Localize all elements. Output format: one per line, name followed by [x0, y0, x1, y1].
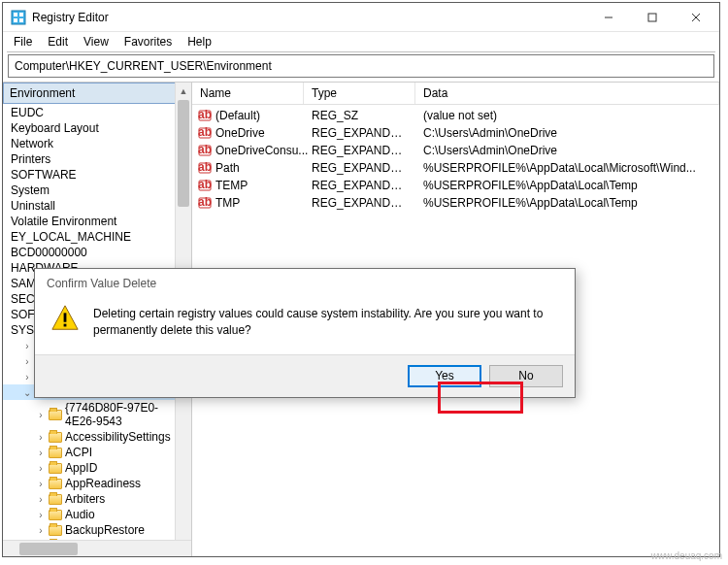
expand-icon[interactable]: ›: [36, 448, 46, 458]
value-name: OneDrive: [215, 126, 265, 140]
tree-label: Audio: [65, 508, 95, 521]
menu-help[interactable]: Help: [181, 33, 218, 50]
value-row[interactable]: ab(Default)REG_SZ(value not set): [192, 107, 719, 124]
value-name: Path: [215, 161, 240, 175]
svg-rect-2: [19, 13, 23, 17]
menu-file[interactable]: File: [7, 33, 39, 50]
string-value-icon: ab: [198, 161, 212, 175]
tree-label: AccessibilitySettings: [65, 430, 171, 444]
tree-node[interactable]: BCD00000000: [3, 245, 191, 260]
maximize-button[interactable]: [630, 4, 674, 31]
warning-icon: [50, 304, 80, 333]
collapse-icon[interactable]: ⌄: [22, 387, 32, 398]
value-name: TMP: [215, 196, 240, 210]
titlebar[interactable]: Registry Editor: [3, 3, 719, 32]
menubar: File Edit View Favorites Help: [3, 32, 719, 51]
svg-rect-4: [19, 18, 23, 22]
expand-icon[interactable]: ›: [22, 372, 32, 382]
value-data: (value not set): [415, 109, 719, 122]
value-data: %USERPROFILE%\AppData\Local\Microsoft\Wi…: [415, 161, 719, 175]
tree-node[interactable]: ›AccessibilitySettings: [3, 429, 191, 445]
value-row[interactable]: abPathREG_EXPAND_SZ%USERPROFILE%\AppData…: [192, 159, 719, 177]
tree-node[interactable]: Keyboard Layout: [3, 120, 191, 136]
value-name: TEMP: [215, 179, 248, 192]
minimize-button[interactable]: [586, 4, 630, 31]
dialog-title: Confirm Value Delete: [35, 269, 575, 298]
folder-icon: [49, 510, 62, 520]
expand-icon[interactable]: ›: [36, 510, 46, 520]
tree-node[interactable]: System: [3, 183, 191, 198]
tree-node[interactable]: ›AppID: [3, 460, 191, 476]
tree-node[interactable]: ›Audio: [3, 507, 191, 522]
tree-node[interactable]: ›ACPI: [3, 445, 191, 460]
address-bar[interactable]: Computer\HKEY_CURRENT_USER\Environment: [8, 54, 714, 78]
expand-icon[interactable]: ›: [22, 341, 32, 351]
menu-view[interactable]: View: [77, 33, 116, 50]
value-data: %USERPROFILE%\AppData\Local\Temp: [415, 179, 719, 192]
regedit-icon: [11, 10, 26, 25]
value-row[interactable]: abOneDriveREG_EXPAND_SZC:\Users\Admin\On…: [192, 124, 719, 142]
string-value-icon: ab: [198, 109, 212, 122]
expand-icon[interactable]: ›: [36, 494, 46, 505]
svg-rect-1: [14, 13, 17, 17]
folder-icon: [49, 448, 62, 458]
value-row[interactable]: abTEMPREG_EXPAND_SZ%USERPROFILE%\AppData…: [192, 177, 719, 194]
tree-node[interactable]: EUDC: [3, 105, 191, 120]
menu-favorites[interactable]: Favorites: [117, 33, 179, 50]
tree-node[interactable]: Network: [3, 136, 191, 151]
expand-icon[interactable]: ›: [36, 432, 46, 443]
value-type: REG_EXPAND_SZ: [304, 144, 415, 157]
value-row[interactable]: abTMPREG_EXPAND_SZ%USERPROFILE%\AppData\…: [192, 194, 719, 212]
expand-icon[interactable]: ›: [36, 410, 46, 420]
col-name[interactable]: Name: [192, 83, 304, 104]
tree-label: BackupRestore: [65, 523, 145, 537]
tree-node[interactable]: SOFTWARE: [3, 167, 191, 183]
value-type: REG_EXPAND_SZ: [304, 126, 415, 140]
tree-node[interactable]: ›AppReadiness: [3, 476, 191, 491]
tree-node[interactable]: Uninstall: [3, 198, 191, 214]
value-data: C:\Users\Admin\OneDrive: [415, 144, 719, 157]
value-type: REG_EXPAND_SZ: [304, 196, 415, 210]
tree-label: {7746D80F-97E0-4E26-9543: [65, 401, 189, 428]
string-value-icon: ab: [198, 126, 212, 140]
folder-icon: [49, 525, 62, 536]
folder-icon: [49, 463, 62, 474]
expand-icon[interactable]: ›: [36, 463, 46, 474]
watermark: www.deuaq.com: [651, 550, 722, 561]
tree-label: AppReadiness: [65, 477, 141, 490]
scroll-up-icon[interactable]: ▲: [176, 83, 191, 99]
svg-rect-6: [648, 14, 656, 21]
svg-text:ab: ab: [198, 179, 212, 191]
menu-edit[interactable]: Edit: [41, 33, 75, 50]
expand-icon[interactable]: ›: [22, 356, 32, 367]
tree-header-selected[interactable]: Environment: [3, 83, 191, 104]
close-button[interactable]: [674, 4, 717, 31]
value-name: OneDriveConsu...: [215, 144, 308, 157]
tree-hscrollbar[interactable]: [3, 540, 191, 556]
no-button[interactable]: No: [489, 365, 563, 387]
folder-icon: [49, 479, 62, 489]
folder-icon: [49, 432, 62, 443]
svg-rect-23: [64, 324, 67, 327]
value-row[interactable]: abOneDriveConsu...REG_EXPAND_SZC:\Users\…: [192, 142, 719, 159]
expand-icon[interactable]: ›: [36, 525, 46, 536]
window-title: Registry Editor: [32, 11, 586, 24]
tree-node[interactable]: ›{7746D80F-97E0-4E26-9543: [3, 400, 191, 429]
dialog-buttons: Yes No: [35, 354, 575, 397]
svg-rect-22: [64, 313, 67, 321]
tree-node[interactable]: ›BackupRestore: [3, 522, 191, 538]
value-data: %USERPROFILE%\AppData\Local\Temp: [415, 196, 719, 210]
tree-node[interactable]: ›Arbiters: [3, 491, 191, 507]
scroll-thumb[interactable]: [178, 100, 189, 207]
column-headers: Name Type Data: [192, 83, 719, 105]
svg-text:ab: ab: [198, 196, 212, 209]
tree-node[interactable]: Volatile Environment: [3, 214, 191, 229]
expand-icon[interactable]: ›: [36, 479, 46, 489]
tree-node[interactable]: Printers: [3, 151, 191, 167]
tree-node[interactable]: EY_LOCAL_MACHINE: [3, 229, 191, 245]
confirm-dialog: Confirm Value Delete Deleting certain re…: [34, 268, 576, 398]
svg-text:ab: ab: [198, 161, 212, 174]
yes-button[interactable]: Yes: [408, 365, 481, 387]
col-type[interactable]: Type: [304, 83, 415, 104]
col-data[interactable]: Data: [415, 83, 719, 104]
